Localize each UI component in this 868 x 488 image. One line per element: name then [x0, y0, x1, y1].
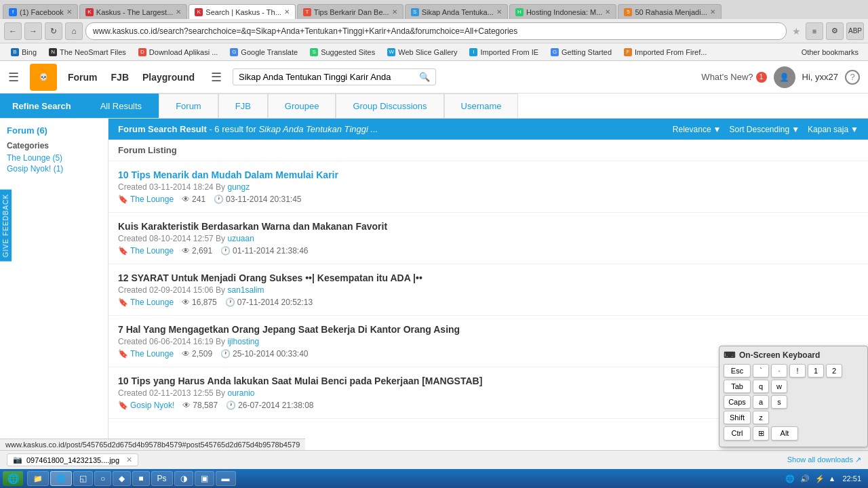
start-button[interactable]: 🌐 — [3, 471, 23, 486]
osk-key[interactable]: Tab — [724, 380, 751, 393]
osk-key[interactable]: Ctrl — [724, 426, 751, 441]
home-button[interactable]: ⌂ — [65, 22, 83, 40]
result-title[interactable]: 10 Tips Menarik dan Mudah Dalam Memulai … — [118, 169, 859, 180]
help-icon[interactable]: ? — [845, 70, 860, 85]
bookmark-suggested-sites[interactable]: SSuggested Sites — [304, 47, 380, 58]
download-bar: 📷 097461800_14232135....jpg ✕ Show all d… — [0, 450, 868, 469]
kapan-saja[interactable]: Kapan saja ▼ — [808, 125, 859, 134]
hamburger-icon[interactable]: ☰ — [8, 70, 19, 85]
search-tab-username[interactable]: Username — [444, 94, 519, 118]
taskbar-app4[interactable]: ■ — [132, 471, 149, 486]
avatar[interactable]: 👤 — [774, 66, 795, 88]
taskbar-network-icon[interactable]: 🌐 — [784, 472, 796, 485]
osk-key[interactable]: Shift — [724, 411, 751, 424]
taskbar-app6[interactable]: ▣ — [195, 471, 214, 486]
osk-key[interactable]: Alt — [771, 426, 798, 441]
browser-tab-tab2[interactable]: KKaskus - The Largest...✕ — [79, 4, 188, 19]
browser-tab-tab6[interactable]: HHosting Indonesia: M...✕ — [509, 4, 617, 19]
bookmark-imported-from-ie[interactable]: IImported From IE — [464, 47, 544, 58]
osk-key[interactable]: z — [753, 411, 769, 424]
nav-forum[interactable]: Forum — [68, 72, 98, 83]
whats-new-button[interactable]: What's New? 1 — [701, 72, 766, 83]
sidebar-link-gosip[interactable]: Gosip Nyok! (1) — [7, 164, 101, 174]
search-tab-forum[interactable]: Forum — [159, 94, 218, 118]
safety-button[interactable]: ABP — [846, 22, 864, 40]
search-input[interactable] — [239, 72, 415, 82]
search-icon[interactable]: 🔍 — [419, 72, 430, 82]
osk-key[interactable]: Esc — [724, 364, 751, 378]
bookmark-web-slice-gallery[interactable]: WWeb Slice Gallery — [382, 47, 462, 58]
taskbar-app2[interactable]: ○ — [94, 471, 111, 486]
browser-tab-tab7[interactable]: 550 Rahasia Menjadi...✕ — [618, 4, 721, 19]
taskbar-photoshop[interactable]: Ps — [151, 471, 173, 486]
taskbar-battery-icon[interactable]: ⚡ — [814, 472, 826, 485]
search-tab-all-results[interactable]: All Results — [83, 94, 159, 118]
feedback-tab[interactable]: GIVE FEEDBACK — [0, 190, 12, 262]
taskbar-app5[interactable]: ◑ — [174, 471, 193, 486]
compat-view-button[interactable]: ≡ — [806, 22, 823, 40]
favorite-icon[interactable]: ★ — [789, 24, 803, 38]
taskbar-folder[interactable]: 📁 — [27, 471, 49, 486]
bookmark-google-translate[interactable]: GGoogle Translate — [224, 47, 303, 58]
sidebar-forum-title[interactable]: Forum (6) — [7, 125, 101, 136]
kaskus-logo[interactable]: 💀 — [30, 64, 57, 91]
taskbar-sound-icon[interactable]: 🔊 — [799, 472, 811, 485]
browser-tab-tab3[interactable]: KSearch | Kaskus - Th...✕ — [189, 4, 295, 19]
browser-tab-tab1[interactable]: f(1) Facebook✕ — [3, 4, 78, 19]
osk-key[interactable]: s — [771, 395, 787, 409]
osk-key[interactable]: · — [771, 364, 787, 378]
show-all-downloads-link[interactable]: Show all downloads ↗ — [787, 455, 861, 464]
osk-key[interactable]: w — [771, 380, 787, 393]
taskbar-icon-more[interactable]: ▲ — [829, 474, 836, 483]
nav-more-icon[interactable]: ☰ — [211, 70, 222, 85]
osk-key[interactable]: 2 — [826, 364, 842, 378]
tag-link[interactable]: The Lounge — [130, 195, 174, 204]
tag-link[interactable]: Gosip Nyok! — [130, 401, 174, 410]
osk-key[interactable]: a — [753, 395, 769, 409]
taskbar-app7[interactable]: ▬ — [216, 471, 236, 486]
taskbar-app3[interactable]: ◆ — [113, 471, 131, 486]
refine-search-button[interactable]: Refine Search — [0, 94, 83, 118]
osk-key[interactable]: ⊞ — [753, 426, 769, 441]
search-tab-fjb[interactable]: FJB — [218, 94, 268, 118]
forward-button[interactable]: → — [24, 22, 42, 40]
browser-tab-tab5[interactable]: SSikap Anda Tentuka...✕ — [405, 4, 508, 19]
address-bar[interactable] — [85, 22, 787, 40]
tag-link[interactable]: The Lounge — [130, 246, 174, 256]
result-author[interactable]: san1salim — [227, 285, 264, 295]
taskbar-ie[interactable]: 🌐 — [50, 471, 72, 486]
back-button[interactable]: ← — [4, 22, 22, 40]
bookmark-getting-started[interactable]: GGetting Started — [545, 47, 617, 58]
sort-descending[interactable]: Sort Descending ▼ — [729, 125, 800, 134]
sidebar-link-lounge[interactable]: The Lounge (5) — [7, 153, 101, 163]
bookmark-bing[interactable]: BBing — [5, 47, 42, 58]
result-author[interactable]: ijlhosting — [227, 337, 259, 346]
bookmark-download-aplikasi-...[interactable]: DDownload Aplikasi ... — [133, 47, 224, 58]
refresh-button[interactable]: ↻ — [45, 22, 62, 40]
osk-key[interactable]: Caps — [724, 395, 751, 409]
tools-button[interactable]: ⚙ — [826, 22, 844, 40]
result-title[interactable]: Kuis Karakteristik Berdasarkan Warna dan… — [118, 221, 859, 232]
search-tab-groupee[interactable]: Groupee — [268, 94, 336, 118]
search-tab-group-discussions[interactable]: Group Discussions — [336, 94, 443, 118]
osk-key[interactable]: ! — [789, 364, 806, 378]
tag-link[interactable]: The Lounge — [130, 349, 174, 359]
download-close-button[interactable]: ✕ — [126, 455, 132, 464]
result-author[interactable]: ouranio — [227, 388, 254, 398]
bookmark-imported-from-firef...[interactable]: FImported From Firef... — [618, 47, 712, 58]
nav-fjb[interactable]: FJB — [111, 72, 129, 83]
taskbar-app1[interactable]: ◱ — [73, 471, 93, 486]
result-author[interactable]: gungz — [227, 182, 250, 192]
result-author[interactable]: uzuaan — [227, 234, 254, 243]
nav-playground[interactable]: Playground — [142, 72, 195, 83]
result-title[interactable]: 12 SYARAT Untuk Menjadi Orang Sukses ••|… — [118, 272, 859, 283]
osk-key[interactable]: ` — [753, 364, 769, 378]
osk-key[interactable]: q — [753, 380, 769, 393]
tag-link[interactable]: The Lounge — [130, 298, 174, 307]
bookmarks-overflow[interactable]: Other bookmarks — [797, 47, 863, 58]
relevance-sort[interactable]: Relevance ▼ — [673, 125, 722, 134]
browser-tab-tab4[interactable]: TTips Berkarir Dan Be...✕ — [297, 4, 403, 19]
bookmark-the-neosmart-files[interactable]: NThe NeoSmart Files — [43, 47, 132, 58]
osk-key[interactable]: 1 — [808, 364, 824, 378]
result-title[interactable]: 7 Hal Yang Mengagetkan Orang Jepang Saat… — [118, 324, 859, 335]
